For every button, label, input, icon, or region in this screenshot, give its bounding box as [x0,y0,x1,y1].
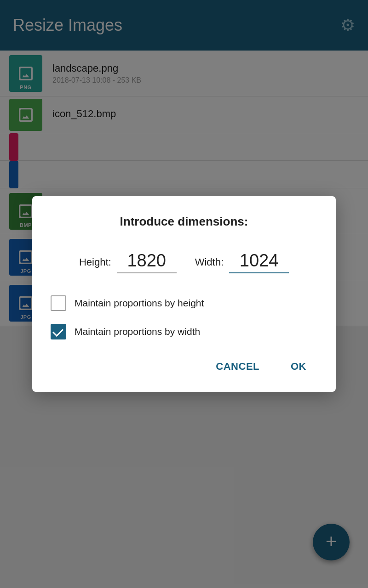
checkbox-height[interactable] [51,295,66,311]
width-input[interactable] [229,251,289,273]
height-field: Height: [79,251,177,273]
dialog-buttons: CANCEL OK [51,354,317,379]
checkbox-width[interactable] [51,324,66,339]
height-input[interactable] [117,251,177,273]
checkbox-height-row[interactable]: Maintain proportions by height [51,295,317,311]
checkbox-width-row[interactable]: Maintain proportions by width [51,324,317,339]
width-field: Width: [195,251,289,273]
dimensions-row: Height: Width: [51,251,317,273]
dimensions-dialog: Introduce dimensions: Height: Width: Mai… [32,196,336,392]
width-label: Width: [195,256,224,268]
height-label: Height: [79,256,111,268]
dialog-overlay: Introduce dimensions: Height: Width: Mai… [0,0,368,588]
cancel-button[interactable]: CANCEL [205,354,270,379]
checkbox-width-label: Maintain proportions by width [75,326,200,337]
checkbox-height-label: Maintain proportions by height [75,298,204,309]
dialog-title: Introduce dimensions: [51,215,317,229]
ok-button[interactable]: OK [280,354,317,379]
